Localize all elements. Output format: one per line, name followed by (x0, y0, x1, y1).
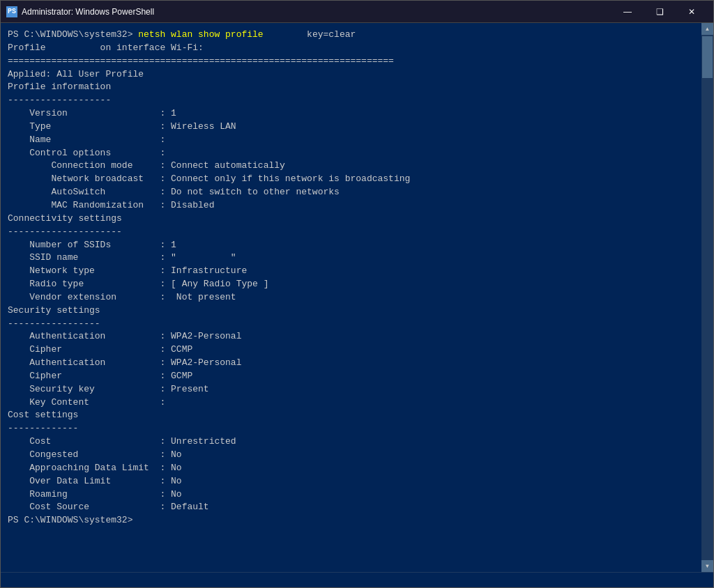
close-button[interactable]: ✕ (676, 1, 708, 23)
titlebar: PS Administrator: Windows PowerShell — ❑… (1, 1, 713, 23)
scroll-thumb[interactable] (702, 36, 713, 78)
output-line-28: Cipher : CCMP (8, 343, 694, 357)
output-line-20: SSID name : " " (8, 252, 694, 265)
restore-button[interactable]: ❑ (644, 1, 676, 23)
output-line-32: Key Content : (8, 396, 694, 410)
window: PS Administrator: Windows PowerShell — ❑… (0, 0, 714, 588)
command-text: netsh wlan show profile (138, 29, 263, 40)
output-line-36: Cost : Unrestricted (8, 435, 694, 449)
output-line-40: Roaming : No (8, 488, 694, 502)
terminal-content[interactable]: PS C:\WINDOWS\system32> netsh wlan show … (1, 23, 701, 572)
prompt: PS C:\WINDOWS\system32> (8, 29, 138, 40)
minimize-button[interactable]: — (612, 1, 644, 23)
output-line-35: ------------- (8, 422, 694, 435)
output-line-4: Applied: All User Profile (8, 68, 694, 82)
scroll-up-button[interactable]: ▲ (701, 23, 713, 35)
output-line-27: Authentication : WPA2-Personal (8, 330, 694, 343)
output-line-17: Connectivity settings (8, 212, 694, 226)
app-icon: PS (6, 6, 17, 17)
command-line: PS C:\WINDOWS\system32> netsh wlan show … (8, 29, 694, 42)
output-line-34: Cost settings (8, 409, 694, 422)
output-line-37: Congested : No (8, 449, 694, 462)
output-line-29: Authentication : WPA2-Personal (8, 357, 694, 370)
output-line-25: Security settings (8, 304, 694, 318)
output-line-18: --------------------- (8, 226, 694, 239)
output-line-8: Version : 1 (8, 107, 694, 121)
command-args: key=clear (264, 29, 356, 40)
output-line-19: Number of SSIDs : 1 (8, 239, 694, 252)
output-line-12: Connection mode : Connect automatically (8, 160, 694, 173)
output-line-21: Network type : Infrastructure (8, 265, 694, 278)
output-line-9: Type : Wireless LAN (8, 121, 694, 134)
window-controls: — ❑ ✕ (612, 1, 708, 23)
output-line-10: Name : (8, 134, 694, 147)
output-line-30: Cipher : GCMP (8, 370, 694, 383)
output-line-26: ----------------- (8, 318, 694, 331)
output-line-31: Security key : Present (8, 383, 694, 396)
output-line-14: AutoSwitch : Do not switch to other netw… (8, 186, 694, 199)
output-line-22: Radio type : [ Any Radio Type ] (8, 278, 694, 291)
output-line-11: Control options : (8, 147, 694, 160)
final-prompt: PS C:\WINDOWS\system32> (8, 514, 694, 527)
output-line-7: ------------------- (8, 94, 694, 107)
output-line-1: Profile on interface Wi-Fi: (8, 42, 694, 55)
output-line-13: Network broadcast : Connect only if this… (8, 173, 694, 186)
output-line-23: Vendor extension : Not present (8, 291, 694, 304)
output-line-2: ========================================… (8, 55, 694, 68)
terminal-container: PS C:\WINDOWS\system32> netsh wlan show … (1, 23, 713, 572)
scroll-down-button[interactable]: ▼ (701, 560, 713, 572)
window-title: Administrator: Windows PowerShell (22, 7, 612, 17)
scrollbar[interactable]: ▲ ▼ (701, 23, 713, 572)
bottom-bar (1, 572, 713, 587)
output-line-38: Approaching Data Limit : No (8, 462, 694, 475)
output-line-15: MAC Randomization : Disabled (8, 199, 694, 212)
scroll-track[interactable] (701, 35, 713, 560)
output-line-6: Profile information (8, 81, 694, 94)
output-line-41: Cost Source : Default (8, 501, 694, 514)
output-line-39: Over Data Limit : No (8, 475, 694, 488)
